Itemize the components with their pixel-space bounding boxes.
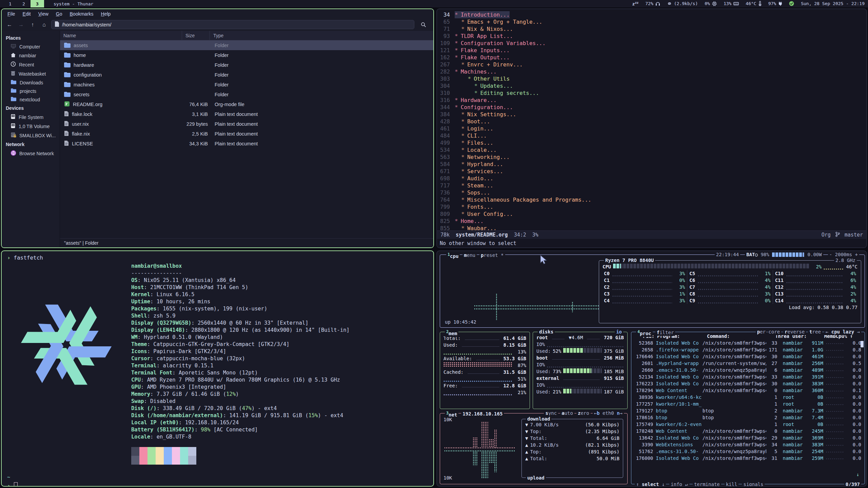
sidebar-item-downloads[interactable]: Downloads — [2, 78, 60, 87]
preset-button[interactable]: preset * — [479, 252, 505, 259]
file-row[interactable]: hardwareFolder — [60, 60, 433, 70]
menu-help[interactable]: Help — [98, 10, 114, 18]
sidebar-item-computer[interactable]: Computer — [2, 42, 60, 51]
proc-row[interactable]: 2660.emacs-31.0.50-/nix/store/wnqz5pa8ra… — [631, 367, 865, 373]
mem-box-title[interactable]: 2mem — [445, 328, 458, 337]
org-heading-line[interactable]: 303 *Other Utils — [439, 75, 866, 82]
org-heading-line[interactable]: 428 *Boot... — [439, 118, 866, 125]
proc-row[interactable]: 179127btopbtop2nambiar7.3M0.0 — [631, 407, 865, 414]
forward-button[interactable]: → — [17, 20, 25, 29]
menu-bookmarks[interactable]: Bookmarks — [67, 10, 97, 18]
disks-io-toggle[interactable]: io — [615, 328, 623, 335]
proc-row[interactable]: 38936kworker/u64:6-kc1root0B0.0 — [631, 394, 865, 401]
org-heading-line[interactable]: 34*Introduction... — [439, 11, 866, 18]
file-row[interactable]: secretsFolder — [60, 89, 433, 99]
menu-view[interactable]: View — [35, 10, 52, 18]
sidebar-item-1-0-tb-volume[interactable]: 1,0 TB Volume — [2, 122, 60, 131]
proc-row[interactable]: 2658.firefox-wrappe/nix/store/sm8fmrf3wp… — [631, 346, 865, 353]
org-heading-line[interactable]: 484 *CLI... — [439, 132, 866, 139]
file-row[interactable]: machinesFolder — [60, 80, 433, 89]
up-button[interactable]: ↑ — [28, 20, 37, 29]
major-mode[interactable]: Org — [822, 232, 831, 238]
git-branch[interactable]: master — [845, 232, 863, 238]
network[interactable]: (2.9kb/s) — [667, 1, 698, 6]
column-header-type[interactable]: Type — [210, 31, 433, 40]
proc-footer-4[interactable]: signals — [742, 481, 765, 487]
proc-row[interactable]: 13642Isolated Web Co/nix/store/sm8fmrf3w… — [631, 434, 865, 441]
path-entry[interactable]: /home/nambiar/system/ — [51, 20, 414, 29]
menu-file[interactable]: File — [4, 10, 18, 18]
workspace-button-2[interactable]: 2 — [17, 0, 31, 7]
menu-button[interactable]: menu — [462, 252, 477, 259]
org-heading-line[interactable]: 764 *Miscellaneous Packages and Programs… — [439, 196, 866, 203]
sidebar-item-file-system[interactable]: File System — [2, 113, 60, 122]
proc-row[interactable]: 177257kworker/10:1-mm_1root0B0.0 — [631, 401, 865, 407]
filter-button[interactable]: filter — [655, 329, 675, 336]
workspace-button-1[interactable]: 1 — [3, 0, 17, 7]
home-button[interactable]: ⌂ — [40, 20, 48, 29]
org-heading-line[interactable]: 282*Machines... — [439, 68, 866, 75]
shell-prompt-empty[interactable]: › — [7, 482, 18, 487]
sidebar-item-nextcloud[interactable]: nextcloud — [2, 95, 60, 104]
org-heading-line[interactable]: 698 *Audio... — [439, 175, 866, 182]
net-button--b-eth0-n-[interactable]: ←b eth0 n→ — [593, 410, 624, 416]
org-heading-line[interactable]: 304 *Updates... — [439, 82, 866, 89]
proc-scrollbar[interactable] — [861, 341, 864, 347]
file-row[interactable]: flake.nix2,5 KiBPlain text document — [60, 129, 433, 139]
back-button[interactable]: ← — [5, 20, 14, 29]
proc-row[interactable]: 178294Web Content/nix/store/sm8fmrf3wps4… — [631, 387, 865, 394]
volume[interactable]: 72% — [645, 1, 660, 6]
proc-row[interactable]: 3390WebExtensions/nix/store/sm8fmrf3wps4… — [631, 441, 865, 448]
proc-row[interactable]: 175749kworker/6:2-even1root0B0.0 — [631, 421, 865, 428]
file-row[interactable]: flake.lock3,1 KiBPlain text document — [60, 109, 433, 119]
column-header-name[interactable]: Name — [60, 31, 182, 40]
org-heading-line[interactable]: 825*Home... — [439, 218, 866, 225]
proc-row[interactable]: 178616btopbtop2nambiar7.4M0.0 — [631, 414, 865, 421]
org-heading-line[interactable]: 316*Hardware... — [439, 97, 866, 104]
proc-footer-3[interactable]: kill — [725, 481, 739, 487]
proc-button-per-core[interactable]: per-core — [756, 328, 781, 335]
proc-sort-nav[interactable]: ← cpu lazy → — [824, 328, 861, 335]
file-row[interactable]: assetsFolder — [60, 40, 433, 50]
emacs-buffer[interactable]: 34*Introduction...65 *Emacs + Org + Tang… — [437, 9, 866, 230]
proc-row[interactable]: 51762.emacs-31.0.50-/nix/store/wnqz5pa8r… — [631, 448, 865, 455]
org-heading-line[interactable]: 461 *Login... — [439, 125, 866, 132]
clock-date[interactable]: Sun, 28 Sep 2025 - 22:19 — [801, 1, 865, 6]
temperature[interactable]: 46°C — [746, 1, 761, 6]
proc-button-tree[interactable]: tree — [808, 328, 822, 335]
idle-inhibitor[interactable]: zzz — [632, 1, 639, 6]
org-heading-line[interactable]: 93*TLDR App List... — [439, 33, 866, 40]
org-heading-line[interactable]: 671 *Services... — [439, 168, 866, 175]
org-heading-line[interactable]: 499 *Files... — [439, 139, 866, 146]
proc-box-title[interactable]: 4proc — [636, 328, 653, 337]
search-icon[interactable] — [419, 20, 428, 29]
proc-footer-2[interactable]: terminate — [693, 481, 721, 487]
org-heading-line[interactable]: 121*Flake Inputs... — [439, 47, 866, 54]
org-heading-line[interactable]: 65 *Emacs + Org + Tangle... — [439, 18, 866, 25]
org-heading-line[interactable]: 563 *Networking... — [439, 154, 866, 161]
sidebar-item-recent[interactable]: Recent — [2, 60, 60, 69]
menu-edit[interactable]: Edit — [20, 10, 34, 18]
org-heading-line[interactable]: 267 *Envrc + Direnv... — [439, 61, 866, 68]
file-row[interactable]: LICENSE34,3 KiBPlain text document — [60, 139, 433, 148]
org-heading-line[interactable]: 799 *Fonts... — [439, 203, 866, 210]
file-row[interactable]: user.nix229 bytesPlain text document — [60, 119, 433, 129]
org-heading-line[interactable]: 162*Flake Output... — [439, 54, 866, 61]
org-heading-line[interactable]: 809 *User Config... — [439, 210, 866, 218]
fastfetch-terminal[interactable]: › fastfetch nambiar@smallbox------------… — [1, 250, 434, 487]
cpu-usage[interactable]: 0% — [705, 1, 717, 6]
file-row[interactable]: README.org76,4 KiBOrg-mode file — [60, 99, 433, 109]
proc-button-reverse[interactable]: reverse — [783, 328, 806, 335]
net-button-zero[interactable]: zero — [576, 410, 591, 416]
net-button-auto[interactable]: auto — [560, 410, 574, 416]
memory-usage[interactable]: 13% — [724, 1, 739, 6]
column-header-size[interactable]: Size — [182, 31, 210, 40]
sidebar-item-smallbox-wi-[interactable]: SMALLBOX Wi... — [2, 131, 60, 140]
org-heading-line[interactable]: 736 *Sops... — [439, 189, 866, 196]
cpu-box-title[interactable]: 1cpu — [446, 251, 460, 260]
org-heading-line[interactable]: 384 *Nix Settings... — [439, 111, 866, 118]
proc-row[interactable]: 176646Isolated Web Co/nix/store/sm8fmrf3… — [631, 353, 865, 360]
org-heading-line[interactable]: 71 *Nix & Nixos... — [439, 25, 866, 33]
menu-go[interactable]: Go — [53, 10, 65, 18]
proc-row[interactable]: 176223Isolated Web Co/nix/store/sm8fmrf3… — [631, 380, 865, 387]
